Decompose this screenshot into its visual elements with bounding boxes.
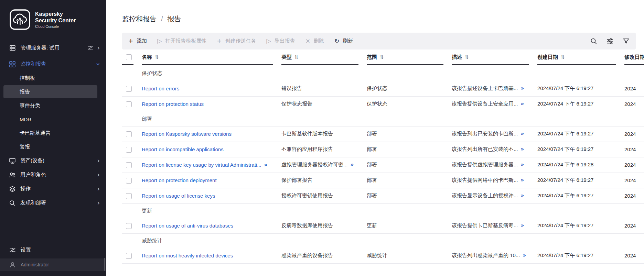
- row-checkbox[interactable]: [126, 193, 132, 199]
- type-cell: 保护状态报告: [281, 96, 367, 112]
- column-header-description[interactable]: 描述⇅: [452, 53, 537, 66]
- row-checkbox[interactable]: [126, 86, 132, 92]
- report-link[interactable]: Report on most heavily infected devices: [142, 253, 233, 258]
- sidebar-item-mdr[interactable]: MDR: [0, 112, 106, 126]
- report-link[interactable]: Report on errors: [142, 86, 179, 91]
- expand-icon[interactable]: »: [521, 192, 524, 199]
- sidebar-item-label: 监控和报告: [20, 61, 97, 67]
- created-date-cell: 2024/07/24 下午 6:19:27: [537, 96, 624, 112]
- delete-button[interactable]: × 删除: [305, 38, 324, 44]
- chevron-right-icon[interactable]: ›: [97, 172, 100, 178]
- filter-funnel-icon[interactable]: [623, 38, 630, 45]
- sidebar-item-event-selections[interactable]: 事件分类: [0, 99, 106, 112]
- expand-icon[interactable]: »: [521, 222, 524, 229]
- report-link[interactable]: Report on usage of anti-virus databases: [142, 223, 233, 229]
- play-icon: ▷: [157, 38, 162, 44]
- modified-date-cell: 2024: [624, 81, 644, 96]
- expand-icon[interactable]: »: [521, 131, 524, 137]
- sidebar-item-assets-devices[interactable]: 资产(设备) ›: [0, 154, 106, 168]
- expand-icon[interactable]: »: [521, 101, 524, 107]
- expand-icon[interactable]: »: [521, 162, 524, 168]
- description-text: 该报告显示设备上的授权许...: [452, 192, 518, 198]
- expand-icon[interactable]: »: [523, 252, 526, 258]
- report-link[interactable]: Report on usage of license keys: [142, 193, 215, 199]
- report-link[interactable]: Report on Kaspersky software versions: [142, 131, 232, 137]
- checkbox-cell: [122, 218, 142, 233]
- server-selector[interactable]: 管理服务器: 试用 ›: [0, 41, 106, 55]
- open-report-template-properties-button[interactable]: ▷ 打开报告模板属性: [157, 38, 206, 44]
- expand-icon[interactable]: »: [521, 85, 524, 91]
- group-label: 更新: [122, 203, 644, 218]
- column-header-name[interactable]: 名称⇅: [142, 53, 281, 66]
- logo: Kaspersky Security Center Cloud Console: [0, 0, 106, 30]
- sidebar-subitem-label: 警报: [20, 144, 30, 150]
- column-header-created[interactable]: 创建日期⇅: [537, 53, 624, 66]
- add-button[interactable]: + 添加: [128, 38, 147, 44]
- sidebar-item-users-roles[interactable]: 用户和角色 ›: [0, 168, 106, 182]
- expand-icon[interactable]: »: [521, 177, 524, 183]
- description-text: 该报告提供虚拟管理服务器...: [452, 162, 518, 167]
- search-icon[interactable]: [590, 38, 597, 45]
- sort-icon[interactable]: ⇅: [561, 54, 565, 60]
- group-row: 保护状态: [122, 66, 644, 81]
- column-header-modified[interactable]: 修改日期⇅: [624, 53, 644, 66]
- row-checkbox[interactable]: [126, 162, 132, 168]
- chevron-right-icon[interactable]: ›: [97, 157, 100, 164]
- export-report-button[interactable]: ▷ 导出报告: [267, 38, 295, 44]
- chevron-down-icon[interactable]: ›: [95, 63, 102, 66]
- select-all-checkbox[interactable]: [126, 54, 132, 60]
- created-date-cell: 2024/07/24 下午 6:19:27: [537, 126, 624, 142]
- name-cell: Report on license key usage by virtual A…: [142, 157, 281, 173]
- server-settings-icon[interactable]: [87, 45, 94, 51]
- sidebar-item-alerts[interactable]: 警报: [0, 140, 106, 154]
- group-label: 威胁统计: [122, 233, 644, 248]
- row-checkbox[interactable]: [126, 253, 132, 259]
- sidebar-item-monitoring-reporting[interactable]: 监控和报告 ›: [0, 57, 106, 71]
- sidebar-item-dashboard[interactable]: 控制板: [0, 71, 106, 85]
- sidebar-item-discovery-deployment[interactable]: 发现和部署 ›: [0, 196, 106, 210]
- column-header-type[interactable]: 类型⇅: [281, 53, 367, 66]
- row-checkbox[interactable]: [126, 101, 132, 107]
- sort-icon[interactable]: ⇅: [465, 54, 469, 60]
- sidebar-item-kaspersky-announcements[interactable]: 卡巴斯基通告: [0, 126, 106, 140]
- sidebar-scrollbar[interactable]: [104, 258, 105, 271]
- type-cell: 不兼容的应用程序报告: [281, 142, 367, 157]
- sidebar-item-operations[interactable]: 操作 ›: [0, 182, 106, 196]
- export-report-label: 导出报告: [275, 38, 295, 44]
- scope-cell: 部署: [367, 173, 452, 188]
- account-menu[interactable]: Administrator: [0, 258, 106, 271]
- created-date-cell: 2024/07/24 下午 6:19:27: [537, 218, 624, 233]
- column-header-scope[interactable]: 范围⇅: [367, 53, 452, 66]
- chevron-right-icon[interactable]: ›: [97, 186, 100, 192]
- sidebar-item-reports[interactable]: 报告: [3, 85, 97, 98]
- report-link[interactable]: Report on license key usage by virtual A…: [142, 162, 261, 168]
- report-link[interactable]: Report on protection status: [142, 101, 204, 107]
- refresh-button-label: 刷新: [343, 38, 353, 44]
- created-date-cell: 2024/07/24 下午 6:19:27: [537, 173, 624, 188]
- chevron-right-icon[interactable]: ›: [97, 200, 100, 206]
- report-link[interactable]: Report on protection deployment: [142, 177, 217, 183]
- expand-icon[interactable]: »: [521, 146, 524, 152]
- sidebar-item-settings[interactable]: 设置: [0, 241, 106, 258]
- row-checkbox[interactable]: [126, 223, 132, 229]
- expand-icon[interactable]: »: [264, 162, 267, 168]
- refresh-button[interactable]: ↻ 刷新: [334, 38, 353, 44]
- row-checkbox[interactable]: [126, 147, 132, 153]
- description-text: 该报告提供网络中的卡巴斯...: [452, 177, 518, 183]
- report-link[interactable]: Report on incompatible applications: [142, 146, 224, 152]
- sort-icon[interactable]: ⇅: [155, 54, 159, 60]
- sort-icon[interactable]: ⇅: [380, 54, 384, 60]
- row-checkbox[interactable]: [126, 178, 132, 184]
- expand-icon[interactable]: »: [351, 162, 354, 168]
- column-label: 创建日期: [537, 54, 558, 60]
- breadcrumb-parent[interactable]: 监控和报告: [122, 14, 157, 24]
- scope-cell: 威胁统计: [367, 248, 452, 263]
- create-delivery-task-button[interactable]: + 创建传送任务: [217, 38, 256, 44]
- created-date-cell: 2024/07/24 下午 6:19:27: [537, 81, 624, 96]
- column-settings-icon[interactable]: [607, 38, 613, 45]
- row-checkbox[interactable]: [126, 131, 132, 137]
- group-label: 部署: [122, 112, 644, 126]
- description-cell: 该报告显示设备上的授权许...»: [452, 188, 537, 203]
- chevron-right-icon[interactable]: ›: [97, 45, 100, 51]
- sort-icon[interactable]: ⇅: [294, 54, 299, 60]
